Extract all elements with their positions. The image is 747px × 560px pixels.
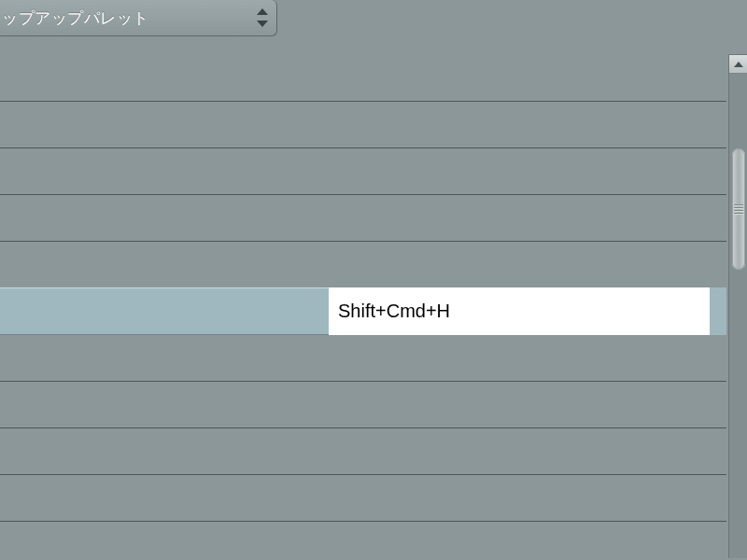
table-row[interactable] xyxy=(0,101,726,148)
command-cell[interactable] xyxy=(0,195,329,241)
vertical-scrollbar[interactable] xyxy=(728,54,747,558)
set-selector-label: ップアップパレット xyxy=(2,7,149,29)
shortcut-cell[interactable] xyxy=(329,195,726,241)
shortcut-table: Shift+Cmd+H xyxy=(0,54,726,560)
table-row[interactable] xyxy=(0,241,726,288)
shortcut-value: Shift+Cmd+H xyxy=(338,301,450,322)
shortcut-cell[interactable] xyxy=(329,148,726,194)
shortcut-cell-tail xyxy=(710,287,726,335)
shortcut-cell[interactable] xyxy=(329,522,726,560)
command-cell[interactable] xyxy=(0,54,329,101)
command-cell[interactable] xyxy=(0,148,329,194)
command-cell[interactable] xyxy=(0,475,329,521)
command-cell[interactable] xyxy=(0,287,329,335)
table-row[interactable]: Shift+Cmd+H xyxy=(0,287,726,335)
command-cell[interactable] xyxy=(0,335,329,381)
shortcut-cell[interactable] xyxy=(329,475,726,521)
dropdown-stepper-icon xyxy=(254,4,271,32)
command-cell[interactable] xyxy=(0,522,329,560)
table-row[interactable] xyxy=(0,521,726,560)
command-cell[interactable] xyxy=(0,102,329,147)
scroll-up-button[interactable] xyxy=(729,55,747,74)
table-row[interactable] xyxy=(0,427,726,475)
scrollbar-thumb[interactable] xyxy=(732,148,745,270)
shortcut-cell[interactable] xyxy=(329,242,726,287)
chevron-up-icon xyxy=(734,62,743,67)
table-row[interactable] xyxy=(0,474,726,522)
command-cell[interactable] xyxy=(0,428,329,474)
scrollbar-grip-icon xyxy=(734,204,743,214)
shortcut-cell[interactable] xyxy=(329,428,726,474)
table-row[interactable] xyxy=(0,334,726,382)
shortcut-cell[interactable] xyxy=(329,335,726,381)
command-cell[interactable] xyxy=(0,242,329,287)
table-row[interactable] xyxy=(0,381,726,428)
shortcut-cell[interactable] xyxy=(329,382,726,427)
table-row[interactable] xyxy=(0,54,726,102)
shortcut-input[interactable]: Shift+Cmd+H xyxy=(329,287,710,335)
table-row[interactable] xyxy=(0,147,726,195)
command-cell[interactable] xyxy=(0,382,329,427)
shortcut-cell[interactable] xyxy=(329,102,726,147)
table-row[interactable] xyxy=(0,194,726,242)
shortcut-cell[interactable]: Shift+Cmd+H xyxy=(329,287,726,335)
shortcut-cell[interactable] xyxy=(329,54,726,101)
set-selector-dropdown[interactable]: ップアップパレット xyxy=(0,0,277,36)
